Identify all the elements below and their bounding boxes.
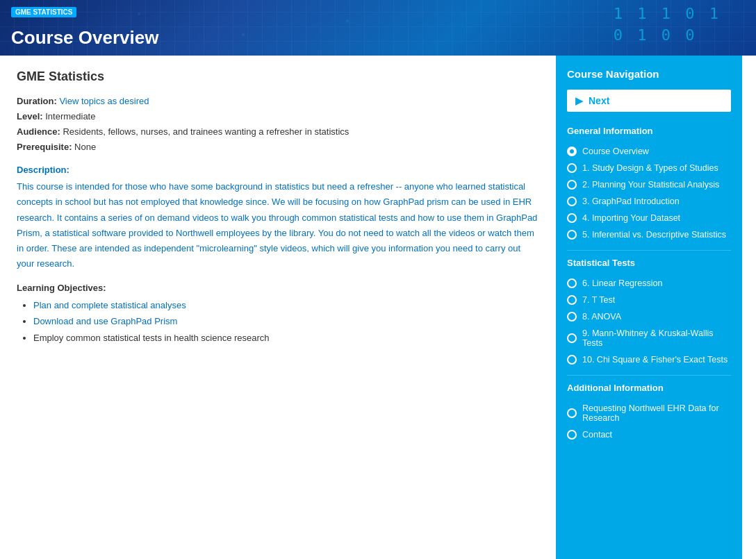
nav-item-inferential[interactable]: 5. Inferential vs. Descriptive Statistic… [567, 226, 731, 243]
objective-link-1[interactable]: Plan and complete statistical analyses [33, 300, 186, 310]
nav-item-course-overview[interactable]: Course Overview [567, 143, 731, 160]
nav-label-anova: 8. ANOVA [582, 312, 621, 322]
level-label: Level: [17, 111, 43, 122]
nav-label-t-test: 7. T Test [582, 295, 615, 305]
nav-label-contact: Contact [582, 430, 612, 440]
list-item: Download and use GraphPad Prism [33, 313, 539, 329]
main-content: GME Statistics Duration: View topics as … [0, 56, 556, 559]
objective-text-3: Employ common statistical tests in healt… [33, 333, 270, 343]
nav-item-study-design[interactable]: 1. Study Design & Types of Studies [567, 160, 731, 176]
radio-importing [567, 213, 577, 223]
nav-item-mann-whitney[interactable]: 9. Mann-Whitney & Kruskal-Wallis Tests [567, 325, 731, 351]
divider-2 [567, 375, 731, 376]
objectives-label: Learning Objectives: [17, 283, 539, 293]
divider-1 [567, 250, 731, 251]
prerequisite-value: None [74, 142, 96, 152]
radio-course-overview [567, 147, 577, 156]
level-value: Intermediate [45, 111, 95, 122]
binary-decoration: 1 1 1 0 10 1 0 0 [614, 3, 721, 47]
radio-study-design [567, 163, 577, 173]
description-text: This course is intended for those who ha… [17, 179, 539, 272]
section-label-statistical: Statistical Tests [567, 258, 731, 268]
level-row: Level: Intermediate [17, 109, 539, 124]
radio-graphpad-intro [567, 197, 577, 206]
radio-t-test [567, 295, 577, 305]
radio-chi-square [567, 355, 577, 365]
nav-item-ehr-data[interactable]: Requesting Northwell EHR Data for Resear… [567, 400, 731, 426]
nav-label-linear-regression: 6. Linear Regression [582, 278, 662, 288]
nav-item-contact[interactable]: Contact [567, 426, 731, 443]
next-arrow-icon: ▶ [575, 95, 583, 106]
nav-label-planning: 2. Planning Your Statistical Analysis [582, 180, 719, 190]
radio-inferential [567, 230, 577, 240]
nav-label-ehr-data: Requesting Northwell EHR Data for Resear… [582, 403, 731, 423]
header-banner: 1 1 1 0 10 1 0 0 GME STATISTICS Course O… [0, 0, 756, 56]
nav-label-graphpad-intro: 3. GraphPad Introduction [582, 197, 680, 206]
nav-item-anova[interactable]: 8. ANOVA [567, 308, 731, 325]
next-button[interactable]: ▶ Next [567, 90, 731, 112]
radio-contact [567, 430, 577, 440]
nav-item-importing[interactable]: 4. Importing Your Dataset [567, 210, 731, 226]
duration-value: View topics as desired [59, 96, 149, 106]
sidebar-title: Course Navigation [567, 68, 731, 80]
duration-label: Duration: [17, 96, 57, 106]
course-title: GME Statistics [17, 69, 539, 84]
audience-label: Audience: [17, 126, 60, 137]
meta-table: Duration: View topics as desired Level: … [17, 94, 539, 155]
next-label: Next [589, 95, 609, 106]
description-label: Description: [17, 165, 539, 175]
duration-row: Duration: View topics as desired [17, 94, 539, 109]
page-title: Course Overview [11, 27, 158, 49]
nav-item-linear-regression[interactable]: 6. Linear Regression [567, 275, 731, 292]
objectives-list: Plan and complete statistical analyses D… [17, 297, 539, 346]
nav-item-chi-square[interactable]: 10. Chi Square & Fisher's Exact Tests [567, 351, 731, 368]
nav-label-chi-square: 10. Chi Square & Fisher's Exact Tests [582, 355, 728, 365]
audience-value: Residents, fellows, nurses, and trainees… [63, 126, 349, 137]
nav-item-graphpad-intro[interactable]: 3. GraphPad Introduction [567, 193, 731, 210]
nav-label-importing: 4. Importing Your Dataset [582, 213, 680, 223]
radio-anova [567, 312, 577, 322]
radio-linear-regression [567, 278, 577, 288]
radio-ehr-data [567, 408, 577, 418]
audience-row: Audience: Residents, fellows, nurses, an… [17, 124, 539, 140]
nav-item-planning[interactable]: 2. Planning Your Statistical Analysis [567, 176, 731, 193]
list-item: Employ common statistical tests in healt… [33, 330, 539, 346]
page-layout: GME Statistics Duration: View topics as … [0, 56, 756, 559]
nav-label-mann-whitney: 9. Mann-Whitney & Kruskal-Wallis Tests [582, 328, 731, 348]
sidebar: Course Navigation ▶ Next General Informa… [556, 56, 742, 559]
list-item: Plan and complete statistical analyses [33, 297, 539, 313]
nav-label-inferential: 5. Inferential vs. Descriptive Statistic… [582, 230, 726, 240]
objective-link-2[interactable]: Download and use GraphPad Prism [33, 316, 177, 326]
radio-planning [567, 180, 577, 190]
section-label-general: General Information [567, 126, 731, 136]
gme-badge: GME STATISTICS [11, 7, 76, 17]
prerequisite-row: Prerequisite: None [17, 140, 539, 155]
prerequisite-label: Prerequisite: [17, 142, 72, 152]
nav-item-t-test[interactable]: 7. T Test [567, 292, 731, 308]
radio-mann-whitney [567, 333, 577, 343]
section-label-additional: Additional Information [567, 383, 731, 393]
nav-label-course-overview: Course Overview [582, 147, 649, 156]
nav-label-study-design: 1. Study Design & Types of Studies [582, 163, 718, 173]
